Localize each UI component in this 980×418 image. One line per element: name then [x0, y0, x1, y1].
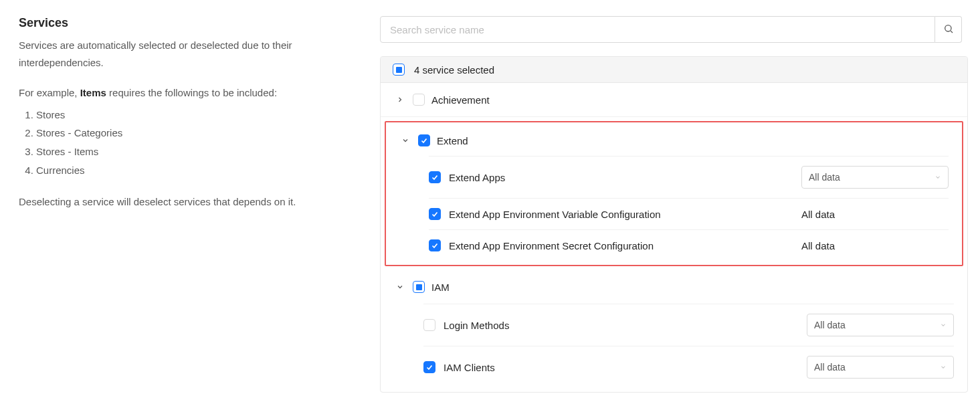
chevron-right-icon [394, 96, 406, 104]
group-label: Achievement [431, 94, 490, 106]
selected-count-label: 4 service selected [414, 64, 494, 76]
service-row: Extend Apps All data [429, 156, 949, 198]
svg-point-0 [945, 25, 951, 31]
example-item: Stores [36, 106, 367, 124]
checkbox-login-methods[interactable] [423, 319, 435, 331]
checkbox-extend-apps[interactable] [429, 171, 441, 183]
checkbox-extend[interactable] [418, 134, 430, 146]
example-item: Stores - Categories [36, 124, 367, 142]
search-row [380, 16, 962, 43]
group-header-extend[interactable]: Extend [386, 122, 962, 156]
group-header-achievement[interactable]: Achievement [381, 83, 967, 116]
service-row: Extend App Environment Variable Configur… [429, 198, 949, 229]
svg-line-1 [951, 31, 953, 33]
deselect-note: Deselecting a service will deselect serv… [19, 193, 367, 211]
example-list: Stores Stores - Categories Stores - Item… [24, 106, 367, 180]
chevron-down-icon [940, 362, 947, 373]
services-panel: 4 service selected Achievement [380, 56, 968, 393]
service-label: IAM Clients [444, 362, 799, 373]
scope-text: All data [801, 240, 949, 251]
chevron-down-icon [940, 320, 947, 330]
chevron-down-icon [399, 136, 411, 144]
scope-select[interactable]: All data [807, 314, 954, 336]
service-label: Extend App Environment Secret Configurat… [449, 240, 793, 251]
search-input[interactable] [380, 16, 935, 43]
search-button[interactable] [935, 16, 962, 43]
service-label: Extend Apps [449, 172, 793, 183]
section-description: Services are automatically selected or d… [19, 37, 367, 71]
scope-value: All data [809, 172, 840, 183]
section-title: Services [19, 16, 367, 30]
checkbox-extend-env-secret[interactable] [429, 239, 441, 251]
scope-value: All data [814, 362, 846, 373]
service-group-iam: IAM Login Methods All data [381, 270, 967, 392]
search-icon [943, 23, 954, 36]
checkbox-achievement[interactable] [413, 94, 425, 106]
example-lead-after: requires the followings to be included: [106, 87, 277, 98]
service-group-achievement: Achievement [381, 83, 967, 117]
highlighted-group-extend: Extend Extend Apps All data [385, 121, 963, 266]
service-row: Login Methods All data [423, 304, 954, 346]
example-lead: For example, Items requires the followin… [19, 84, 367, 102]
scope-value: All data [814, 320, 846, 330]
service-label: Extend App Environment Variable Configur… [449, 209, 793, 220]
group-children-iam: Login Methods All data IAM Clients [381, 304, 967, 392]
scope-select[interactable]: All data [801, 166, 949, 189]
example-lead-before: For example, [19, 87, 80, 98]
group-header-iam[interactable]: IAM [381, 270, 967, 304]
chevron-down-icon [394, 283, 406, 291]
chevron-down-icon [935, 172, 941, 183]
service-row: IAM Clients All data [423, 346, 954, 388]
scope-select[interactable]: All data [807, 356, 954, 379]
service-label: Login Methods [444, 320, 799, 331]
checkbox-iam[interactable] [413, 281, 425, 293]
select-all-checkbox[interactable] [393, 64, 405, 76]
scope-text: All data [801, 209, 949, 220]
group-label: IAM [431, 282, 450, 293]
example-item: Stores - Items [36, 142, 367, 161]
group-children-extend: Extend Apps All data Extend App Enviro [386, 156, 962, 265]
group-label: Extend [437, 135, 468, 146]
service-row: Extend App Environment Secret Configurat… [429, 229, 949, 261]
example-lead-bold: Items [80, 87, 106, 98]
checkbox-iam-clients[interactable] [423, 361, 435, 373]
panel-header: 4 service selected [381, 57, 967, 83]
services-description-panel: Services Services are automatically sele… [19, 16, 380, 220]
example-item: Currencies [36, 161, 367, 180]
checkbox-extend-env-var[interactable] [429, 208, 441, 220]
